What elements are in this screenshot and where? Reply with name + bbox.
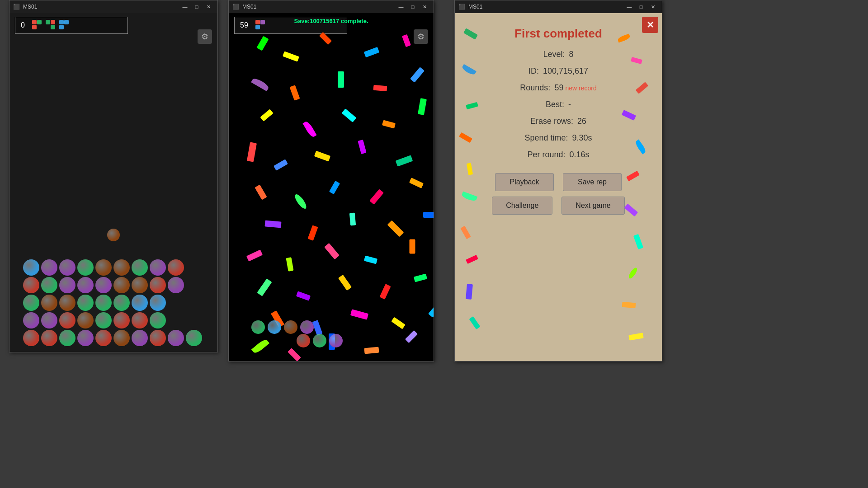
maximize-btn-2[interactable]: □: [407, 3, 418, 11]
bubble-row: [23, 259, 204, 276]
bubble: [41, 330, 57, 346]
maximize-btn-3[interactable]: □: [636, 3, 646, 11]
minimize-btn-3[interactable]: —: [624, 3, 635, 11]
deco-confetti: [460, 226, 471, 239]
bubble: [23, 330, 39, 346]
close-btn-2[interactable]: ✕: [419, 3, 430, 11]
erase-label: Erase rows:: [530, 117, 576, 126]
confetti-piece: [396, 155, 413, 166]
bubble: [313, 334, 326, 347]
confetti-piece: [256, 36, 269, 51]
settings-btn-2[interactable]: ⚙: [414, 29, 428, 44]
rounds-value: 59: [554, 83, 563, 93]
bubble: [95, 330, 112, 346]
bubble: [132, 330, 148, 346]
titlebar-buttons-2: — □ ✕: [396, 3, 430, 11]
per-label: Per round:: [527, 150, 567, 160]
result-title: First completed: [473, 27, 644, 41]
id-label: ID:: [528, 66, 541, 76]
piece-cell: [51, 20, 55, 24]
titlebar-buttons-1: — □ ✕: [179, 3, 214, 11]
bubble: [132, 295, 148, 311]
bubble: [107, 229, 120, 241]
confetti-piece: [289, 85, 300, 101]
bubble: [77, 259, 94, 276]
titlebar-1: ⬛ MS01 — □ ✕: [9, 0, 217, 13]
confetti-piece: [286, 257, 293, 272]
best-value: -: [568, 100, 571, 109]
bubble: [150, 277, 166, 293]
maximize-btn-1[interactable]: □: [191, 3, 202, 11]
bubble-row: [23, 229, 204, 241]
bubble: [95, 295, 112, 311]
bubble: [150, 312, 166, 328]
bottom-bubbles: [251, 320, 314, 334]
confetti-piece: [349, 213, 356, 226]
minimize-btn-2[interactable]: —: [396, 3, 406, 11]
minimize-btn-1[interactable]: —: [179, 3, 190, 11]
titlebar-title-3: MS01: [468, 4, 624, 10]
confetti-piece: [382, 120, 396, 129]
confetti-piece: [409, 178, 424, 188]
confetti-piece: [283, 51, 299, 61]
confetti-piece: [414, 274, 427, 282]
save-rep-button[interactable]: Save rep: [563, 173, 622, 191]
confetti-piece: [246, 249, 263, 261]
confetti-piece: [350, 309, 368, 319]
confetti-piece: [338, 71, 344, 88]
best-label: Best:: [546, 100, 566, 109]
score-value-1: 0: [21, 21, 25, 29]
confetti-piece: [296, 291, 311, 301]
deco-confetti: [466, 255, 478, 264]
deco-confetti: [628, 333, 644, 340]
score-bar-1: 0: [9, 13, 217, 38]
close-btn-3[interactable]: ✕: [647, 3, 658, 11]
next-game-button[interactable]: Next game: [561, 197, 624, 215]
playback-button[interactable]: Playback: [495, 173, 554, 191]
bubble: [132, 277, 148, 293]
new-record-badge: new record: [565, 84, 596, 92]
piece-cell: [32, 20, 37, 24]
confetti-piece: [260, 109, 273, 121]
piece-cell: [260, 20, 265, 24]
bubble: [168, 330, 184, 346]
rounds-label: Rounds:: [520, 83, 552, 93]
id-value: 100,715,617: [543, 66, 588, 76]
confetti-piece: [364, 347, 379, 354]
confetti-piece: [387, 221, 404, 237]
results-area: ✕ First completed Level: 8 ID: 100,715,6…: [455, 13, 662, 361]
piece-cell: [255, 20, 260, 24]
titlebar-2: ⬛ MS01 — □ ✕: [229, 0, 434, 13]
confetti-piece: [410, 67, 425, 82]
deco-confetti: [633, 234, 643, 249]
confetti-score-bar: 59: [229, 13, 434, 38]
piece-cell: [46, 20, 50, 24]
bubble: [77, 312, 94, 328]
app-icon-3: ⬛: [458, 3, 466, 10]
per-value: 0.16s: [570, 150, 590, 160]
piece-cell: [64, 25, 69, 29]
erase-row: Erase rows: 26: [473, 117, 644, 126]
settings-btn-1[interactable]: ⚙: [198, 29, 212, 44]
piece-cell: [255, 25, 260, 29]
confetti-piece: [251, 338, 269, 355]
deco-confetti: [459, 132, 472, 143]
bubble: [150, 295, 166, 311]
close-btn-1[interactable]: ✕: [203, 3, 214, 11]
titlebar-title-1: MS01: [23, 4, 179, 10]
bubble: [113, 277, 130, 293]
piece-preview-c1: [255, 20, 266, 31]
bubble: [59, 312, 75, 328]
bubble: [300, 320, 314, 334]
bubble: [23, 295, 39, 311]
board-area-1: [9, 162, 217, 352]
spend-row: Spend time: 9.30s: [473, 133, 644, 143]
close-x-button[interactable]: ✕: [642, 17, 658, 33]
confetti-piece: [257, 278, 272, 296]
challenge-button[interactable]: Challenge: [492, 197, 552, 215]
confetti-score-value: 59: [240, 21, 248, 29]
bubble: [95, 277, 112, 293]
confetti-piece: [364, 47, 380, 57]
confetti-piece: [288, 348, 301, 361]
bubble: [150, 330, 166, 346]
